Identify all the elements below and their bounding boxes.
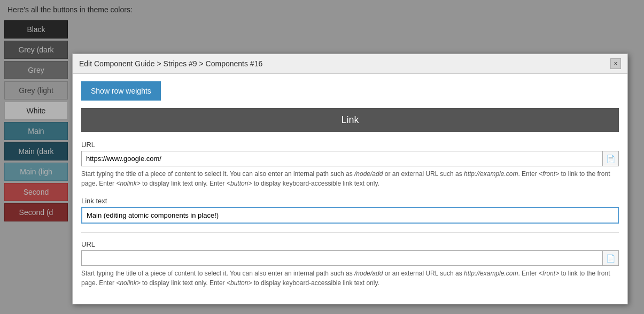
modal-close-button[interactable]: × [610, 58, 621, 69]
modal-header: Edit Component Guide > Stripes #9 > Comp… [73, 54, 627, 74]
modal: Edit Component Guide > Stripes #9 > Comp… [72, 53, 628, 304]
url-help-1: Start typing the title of a piece of con… [81, 169, 619, 188]
url-section-2: URL 📄 Start typing the title of a piece … [81, 240, 619, 288]
url-icon-2[interactable]: 📄 [602, 251, 618, 265]
modal-body: Show row weights Link URL 📄 Start typing… [73, 74, 627, 304]
url-section-1: URL 📄 Start typing the title of a piece … [81, 141, 619, 188]
modal-title: Edit Component Guide > Stripes #9 > Comp… [79, 59, 262, 68]
url-label-2: URL [81, 240, 619, 248]
show-row-weights-button[interactable]: Show row weights [81, 81, 161, 101]
url-input-1[interactable] [82, 151, 602, 166]
url-icon-1[interactable]: 📄 [602, 151, 618, 166]
link-text-section: Link text [81, 197, 619, 224]
url-input-wrapper-2: 📄 [81, 250, 619, 266]
link-header-bar: Link [81, 108, 619, 132]
url-input-2[interactable] [82, 251, 602, 265]
url-help-2: Start typing the title of a piece of con… [81, 269, 619, 288]
url-input-wrapper-1: 📄 [81, 151, 619, 166]
form-divider [81, 232, 619, 233]
link-text-label: Link text [81, 197, 619, 205]
url-label-1: URL [81, 141, 619, 149]
link-text-input[interactable] [81, 207, 619, 224]
